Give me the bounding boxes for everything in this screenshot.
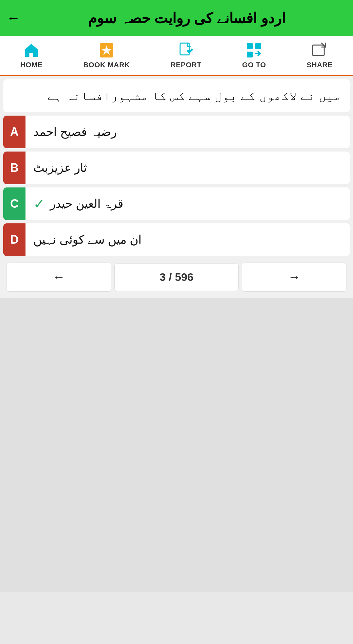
answer-row-a[interactable]: رضیہ فصیح احمد A	[3, 116, 350, 148]
prev-button[interactable]: ←	[7, 263, 111, 292]
app-header: ← اردو افسانے کی روایت حصہ سوم	[0, 0, 353, 36]
home-label: HOME	[20, 61, 42, 69]
next-button[interactable]: →	[242, 263, 346, 292]
answer-text-wrap-d: ان میں سے کوئی نہیں	[25, 223, 350, 256]
answer-letter-a: A	[3, 116, 25, 148]
answer-row-d[interactable]: ان میں سے کوئی نہیں D	[3, 223, 350, 256]
share-icon	[311, 42, 328, 59]
bookmark-label: BOOK MARK	[83, 61, 130, 69]
toolbar: HOME BOOK MARK REPORT	[0, 36, 353, 76]
answer-text-wrap-c: قرۃ العین حیدر ✓	[25, 187, 350, 220]
goto-label: GO TO	[242, 61, 266, 69]
report-icon	[177, 42, 194, 59]
answer-text-b: ثار عزیزبٹ	[33, 161, 87, 175]
answer-row-c[interactable]: قرۃ العین حیدر ✓ C	[3, 187, 350, 220]
answer-text-c: قرۃ العین حیدر	[50, 197, 123, 211]
question-box: میں نے لاکھوں کے بول سہے کس کا مشہورافسا…	[3, 79, 350, 112]
toolbar-report[interactable]: REPORT	[165, 39, 207, 72]
toolbar-home[interactable]: HOME	[15, 39, 48, 72]
toolbar-goto[interactable]: GO TO	[237, 39, 271, 72]
report-label: REPORT	[171, 61, 202, 69]
answer-letter-b: B	[3, 152, 25, 184]
svg-rect-2	[180, 43, 189, 55]
toolbar-share[interactable]: SHARE	[301, 39, 338, 72]
answer-letter-d: D	[3, 223, 25, 256]
toolbar-bookmark[interactable]: BOOK MARK	[78, 39, 135, 72]
svg-rect-5	[247, 52, 253, 57]
answer-letter-c: C	[3, 187, 25, 220]
goto-icon	[245, 42, 262, 59]
home-icon	[23, 42, 40, 59]
answer-row-b[interactable]: ثار عزیزبٹ B	[3, 152, 350, 184]
bookmark-icon	[98, 42, 115, 59]
correct-check-icon: ✓	[33, 196, 45, 212]
share-label: SHARE	[307, 61, 333, 69]
answer-text-d: ان میں سے کوئی نہیں	[33, 233, 142, 247]
page-indicator: 3 / 596	[114, 263, 239, 291]
back-button[interactable]: ←	[7, 10, 20, 26]
main-content: میں نے لاکھوں کے بول سہے کس کا مشہورافسا…	[0, 76, 353, 298]
empty-space	[0, 298, 353, 592]
page-title: اردو افسانے کی روایت حصہ سوم	[27, 10, 346, 26]
answer-text-a: رضیہ فصیح احمد	[33, 125, 117, 139]
answer-text-wrap-a: رضیہ فصیح احمد	[25, 116, 350, 148]
svg-rect-4	[255, 43, 261, 49]
navigation-bar: ← 3 / 596 →	[3, 259, 350, 295]
question-text: میں نے لاکھوں کے بول سہے کس کا مشہورافسا…	[47, 89, 341, 103]
svg-rect-3	[247, 43, 253, 49]
answer-text-wrap-b: ثار عزیزبٹ	[25, 152, 350, 184]
